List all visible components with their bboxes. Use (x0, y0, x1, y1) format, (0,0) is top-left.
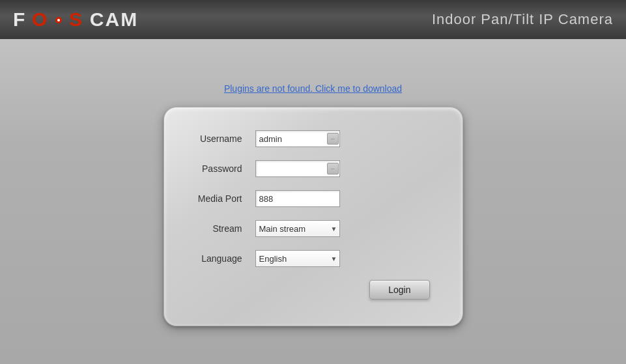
language-row: Language English Chinese French German S… (190, 250, 430, 267)
password-input-wrapper: ··· (255, 160, 340, 177)
media-port-label: Media Port (190, 193, 255, 204)
login-button[interactable]: Login (369, 280, 429, 300)
header: F O S CAM Indoor Pan/Tilt IP Camera (0, 0, 626, 39)
language-label: Language (190, 253, 255, 264)
language-select-wrapper: English Chinese French German Spanish ▼ (255, 250, 340, 267)
main-content: Plugins are not found. Click me to downl… (0, 39, 626, 364)
login-row: Login (190, 280, 430, 300)
login-panel: Username ··· Password ··· Media Port Str… (164, 107, 463, 326)
stream-label: Stream (190, 223, 255, 234)
logo-area: F O S CAM (13, 8, 138, 31)
stream-row: Stream Main stream Sub stream ▼ (190, 220, 430, 237)
password-row: Password ··· (190, 160, 430, 177)
stream-select[interactable]: Main stream Sub stream (255, 220, 340, 237)
logo: F O S CAM (13, 8, 138, 31)
username-input-btn[interactable]: ··· (327, 133, 339, 145)
plugin-download-link[interactable]: Plugins are not found. Click me to downl… (224, 83, 402, 94)
language-select[interactable]: English Chinese French German Spanish (255, 250, 340, 267)
username-input-wrapper: ··· (255, 130, 340, 147)
password-input-btn[interactable]: ··· (327, 163, 339, 175)
stream-select-wrapper: Main stream Sub stream ▼ (255, 220, 340, 237)
username-label: Username (190, 133, 255, 144)
media-port-row: Media Port (190, 190, 430, 207)
password-label: Password (190, 163, 255, 174)
camera-title: Indoor Pan/Tilt IP Camera (432, 11, 613, 28)
media-port-input[interactable] (255, 190, 340, 207)
username-row: Username ··· (190, 130, 430, 147)
